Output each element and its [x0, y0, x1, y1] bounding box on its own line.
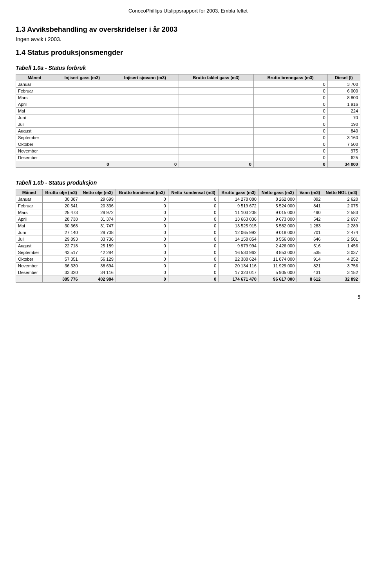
month-cell: Juli — [16, 121, 53, 128]
data-cell: 2 583 — [323, 209, 360, 216]
data-cell — [53, 121, 111, 128]
data-cell: 31 747 — [80, 223, 116, 229]
data-cell — [111, 154, 179, 161]
total-cell — [16, 276, 43, 283]
data-cell: 1 456 — [323, 243, 360, 249]
data-cell: 9 519 672 — [219, 203, 259, 209]
data-cell: 70 — [327, 114, 360, 121]
data-cell: 33 736 — [80, 236, 116, 243]
data-cell: 0 — [116, 249, 168, 256]
table-row: Juli0190 — [16, 121, 360, 128]
data-cell: 0 — [253, 101, 327, 108]
data-cell: 5 524 000 — [258, 203, 296, 209]
data-cell: 0 — [253, 114, 327, 121]
data-cell — [53, 148, 111, 154]
page-header: ConocoPhillips Utslippsrapport for 2003,… — [16, 8, 360, 14]
data-cell: 431 — [297, 269, 323, 276]
table1-col-header: Måned — [16, 74, 53, 81]
month-cell: Juli — [16, 236, 43, 243]
data-cell: 9 673 000 — [258, 216, 296, 223]
data-cell: 4 252 — [323, 256, 360, 263]
total-cell: 0 — [253, 161, 327, 168]
data-cell: 0 — [253, 121, 327, 128]
month-cell: Januar — [16, 81, 53, 88]
data-cell: 17 323 017 — [219, 269, 259, 276]
table-row: August0840 — [16, 128, 360, 134]
data-cell: 11 874 000 — [258, 256, 296, 263]
data-cell — [53, 128, 111, 134]
data-cell: 0 — [253, 94, 327, 101]
data-cell: 14 158 854 — [219, 236, 259, 243]
data-cell: 36 330 — [42, 263, 80, 269]
data-cell — [53, 154, 111, 161]
data-cell: 892 — [297, 196, 323, 203]
data-cell — [179, 88, 254, 94]
data-cell: 0 — [116, 196, 168, 203]
data-cell: 1 916 — [327, 101, 360, 108]
total-cell — [16, 161, 53, 168]
section-subtitle-1-3: Ingen avvik i 2003. — [16, 36, 360, 42]
total-cell: 0 — [53, 161, 111, 168]
data-cell: 8 853 000 — [258, 249, 296, 256]
data-cell: 5 582 000 — [258, 223, 296, 229]
data-cell — [179, 81, 254, 88]
table-row: Mai0224 — [16, 108, 360, 114]
total-cell: 34 000 — [327, 161, 360, 168]
table2-col-header: Brutto olje (m3) — [42, 189, 80, 196]
data-cell: 0 — [116, 263, 168, 269]
table1-col-header: Brutto brenngass (m3) — [253, 74, 327, 81]
data-cell: 3 152 — [323, 269, 360, 276]
month-cell: April — [16, 216, 43, 223]
month-cell: Desember — [16, 154, 53, 161]
data-cell — [111, 121, 179, 128]
page-number: 5 — [16, 294, 360, 300]
data-cell — [111, 141, 179, 148]
data-cell — [111, 148, 179, 154]
data-cell: 12 065 992 — [219, 229, 259, 236]
data-cell: 0 — [168, 269, 219, 276]
data-cell: 190 — [327, 121, 360, 128]
data-cell: 2 501 — [323, 236, 360, 243]
table2-col-header: Netto kondensat (m3) — [168, 189, 219, 196]
month-cell: Mars — [16, 209, 43, 216]
data-cell: 0 — [168, 216, 219, 223]
data-cell: 11 103 208 — [219, 209, 259, 216]
data-cell: 2 620 — [323, 196, 360, 203]
total-cell: 385 776 — [42, 276, 80, 283]
data-cell — [179, 121, 254, 128]
data-cell: 0 — [168, 256, 219, 263]
table-row: Desember33 32034 1160017 323 0175 905 00… — [16, 269, 360, 276]
table-row: Januar03 700 — [16, 81, 360, 88]
month-cell: Februar — [16, 203, 43, 209]
data-cell: 646 — [297, 236, 323, 243]
data-cell: 20 134 116 — [219, 263, 259, 269]
data-cell: 43 517 — [42, 249, 80, 256]
month-cell: Juni — [16, 229, 43, 236]
data-cell: 490 — [297, 209, 323, 216]
data-cell: 0 — [168, 209, 219, 216]
data-cell: 0 — [168, 229, 219, 236]
month-cell: Mai — [16, 223, 43, 229]
data-cell: 25 473 — [42, 209, 80, 216]
total-cell: 32 892 — [323, 276, 360, 283]
data-cell: 0 — [168, 263, 219, 269]
data-cell: 3 160 — [327, 134, 360, 141]
table-row: Februar06 000 — [16, 88, 360, 94]
section-1-3: 1.3 Avviksbehandling av overskridelser i… — [16, 25, 360, 42]
data-cell: 0 — [253, 134, 327, 141]
data-cell — [111, 94, 179, 101]
data-cell: 9 015 000 — [258, 209, 296, 216]
data-cell: 0 — [116, 243, 168, 249]
data-cell: 0 — [168, 243, 219, 249]
table-row: Mai30 36831 7470013 525 9155 582 0001 28… — [16, 223, 360, 229]
data-cell — [179, 94, 254, 101]
table-status-produksjon: MånedBrutto olje (m3)Netto olje (m3)Brut… — [16, 189, 360, 283]
data-cell: 841 — [297, 203, 323, 209]
data-cell: 9 018 000 — [258, 229, 296, 236]
data-cell: 20 541 — [42, 203, 80, 209]
data-cell: 0 — [168, 223, 219, 229]
table-row: November36 33038 6940020 134 11611 929 0… — [16, 263, 360, 269]
data-cell: 29 699 — [80, 196, 116, 203]
data-cell: 701 — [297, 229, 323, 236]
month-cell: Januar — [16, 196, 43, 203]
